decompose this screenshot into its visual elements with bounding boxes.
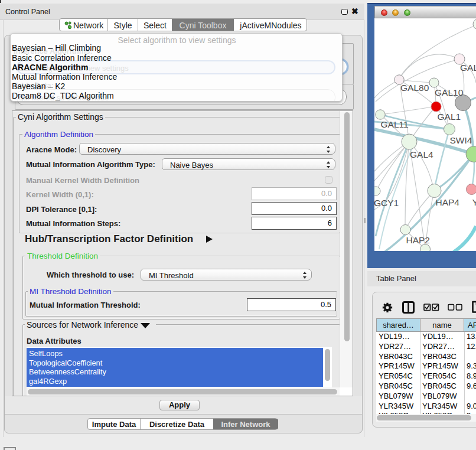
svg-text:HAP2: HAP2	[406, 235, 431, 245]
svg-text:GAL11: GAL11	[381, 119, 409, 129]
svg-text:Y: Y	[472, 197, 476, 207]
svg-text:GAL80: GAL80	[400, 83, 429, 93]
svg-text:GCY1: GCY1	[374, 198, 399, 208]
svg-text:SWI4: SWI4	[450, 135, 472, 145]
svg-text:GAL4: GAL4	[410, 149, 433, 159]
svg-text:GAL10: GAL10	[435, 87, 464, 97]
svg-text:HAP4: HAP4	[436, 197, 460, 207]
svg-text:GAL1: GAL1	[438, 112, 461, 122]
svg-text:GAL2: GAL2	[460, 63, 476, 73]
